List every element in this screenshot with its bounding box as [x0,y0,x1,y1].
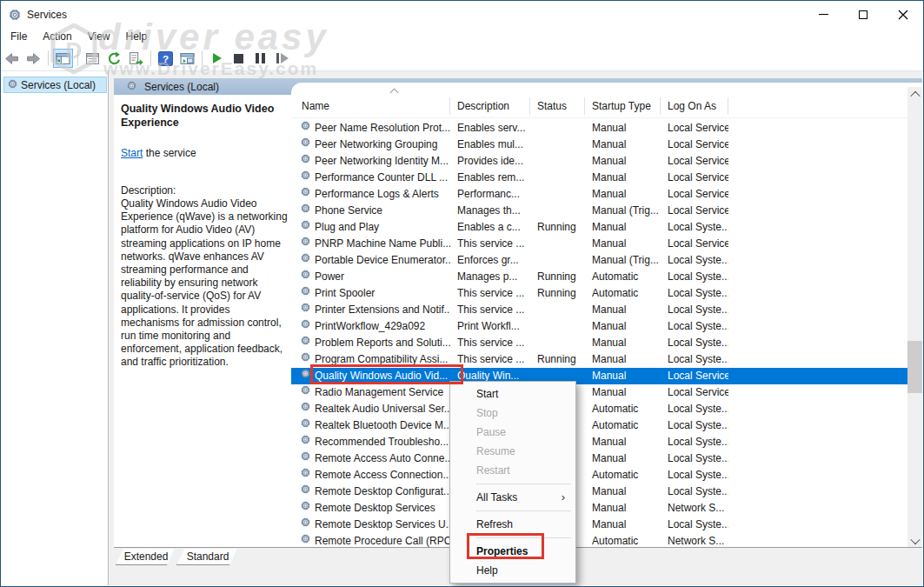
column-header-log-on-as[interactable]: Log On As [661,97,728,115]
service-startup-type: Manual [585,302,661,318]
service-name: Plug and Play [315,219,379,236]
menu-file[interactable]: File [1,28,35,46]
table-row[interactable]: Performance Counter DLL ... Enables rem.… [291,170,907,186]
column-header-startup-type[interactable]: Startup Type [585,97,661,115]
table-row[interactable]: Quality Windows Audio Vid... Quality Win… [291,368,907,384]
table-row[interactable]: Realtek Audio Universal Ser... Automatic… [291,401,907,417]
table-row[interactable]: Remote Procedure Call (RPC) Automatic Ne… [291,533,907,548]
service-startup-type: Manual [585,368,661,384]
start-service-icon[interactable] [207,49,227,68]
table-row[interactable]: Remote Access Auto Conne... Manual Local… [291,450,907,467]
service-status [530,302,585,318]
service-description: Enables rem... [450,170,530,186]
service-gear-icon [300,384,315,401]
pause-service-icon[interactable] [250,49,270,68]
table-row[interactable]: Remote Access Connection... Automatic Lo… [291,467,907,484]
service-description: This service ... [450,236,530,252]
context-menu-item-properties[interactable]: Properties [452,542,574,561]
show-console-tree-icon[interactable] [53,49,73,68]
menu-help[interactable]: Help [118,28,156,46]
service-gear-icon [300,401,315,417]
table-row[interactable]: Remote Desktop Services Manual Network S… [291,500,907,517]
service-startup-type: Manual [585,186,661,203]
table-row[interactable]: Plug and Play Enables a c... Running Man… [291,219,907,236]
list-header-row: NameDescriptionStatusStartup TypeLog On … [291,95,907,118]
service-logon-as: Local Syste... [661,401,728,417]
service-description: Enforces gr... [450,252,530,269]
table-row[interactable]: Recommended Troublesho... Manual Local S… [291,434,907,450]
tab-standard[interactable]: Standard [176,549,239,565]
vertical-scrollbar[interactable] [907,87,922,548]
service-gear-icon [300,351,315,368]
table-row[interactable]: Printer Extensions and Notif... This ser… [291,302,907,318]
table-row[interactable]: PNRP Machine Name Publi... This service … [291,236,907,252]
service-logon-as: Local Service [661,153,728,170]
stop-service-icon[interactable] [229,49,249,68]
table-row[interactable]: Portable Device Enumerator... Enforces g… [291,252,907,269]
start-service-link[interactable]: Start [121,147,143,159]
context-menu-item-start[interactable]: Start [452,384,574,404]
service-logon-as: Local Syste... [661,450,728,467]
table-row[interactable]: Performance Logs & Alerts Performanc... … [291,186,907,203]
service-description: Enables mul... [450,137,530,153]
service-startup-type: Manual [585,236,661,252]
service-startup-type: Automatic [585,467,661,484]
table-row[interactable]: Realtek Bluetooth Device M... Automatic … [291,417,907,434]
column-header-description[interactable]: Description [450,97,530,115]
table-row[interactable]: Print Spooler This service ... Running A… [291,285,907,302]
table-row[interactable]: Power Manages p... Running Automatic Loc… [291,269,907,285]
service-name: Remote Desktop Services U... [315,517,450,533]
table-row[interactable]: Phone Service Manages th... Manual (Trig… [291,203,907,219]
restart-service-icon[interactable] [272,49,292,68]
service-name: Printer Extensions and Notif... [315,302,450,318]
context-menu-item-refresh[interactable]: Refresh [452,515,574,534]
close-button[interactable] [883,1,923,28]
service-description: Print Workfl... [450,318,530,335]
table-row[interactable]: Remote Desktop Services U... Manual Loca… [291,517,907,533]
scroll-up-icon[interactable] [907,87,922,102]
context-menu: StartStopPauseResumeRestartAll Tasks›Ref… [449,381,576,584]
table-row[interactable]: PrintWorkflow_429a092 Print Workfl... Ma… [291,318,907,335]
service-gear-icon [300,368,315,384]
table-row[interactable]: Program Compatibility Assi... This servi… [291,351,907,368]
table-row[interactable]: Peer Name Resolution Prot... Enables ser… [291,120,907,137]
service-action-line: Start the service [121,147,196,159]
table-row[interactable]: Radio Management Service Manual Local Se… [291,384,907,401]
service-name: Quality Windows Audio Vid... [315,368,448,384]
menu-view[interactable]: View [80,28,118,46]
context-menu-item-all-tasks[interactable]: All Tasks› [452,488,574,507]
export-list-icon[interactable] [126,49,146,68]
service-startup-type: Manual [585,351,661,368]
tree-item-services-local[interactable]: Services (Local) [3,77,107,93]
back-icon[interactable] [2,49,22,68]
table-row[interactable]: Remote Desktop Configurat... Manual Loca… [291,484,907,500]
tree-item-label: Services (Local) [21,79,96,91]
scrollbar-thumb[interactable] [907,341,922,393]
service-name: Portable Device Enumerator... [315,252,450,269]
scroll-down-icon[interactable] [907,533,922,548]
forward-icon[interactable] [23,49,43,68]
table-row[interactable]: Peer Networking Grouping Enables mul... … [291,137,907,153]
tab-extended[interactable]: Extended [116,549,176,565]
menu-action[interactable]: Action [35,28,79,46]
service-status [530,236,585,252]
service-gear-icon [300,170,315,186]
column-header-status[interactable]: Status [530,97,585,115]
table-row[interactable]: Problem Reports and Soluti... This servi… [291,335,907,351]
table-row[interactable]: Peer Networking Identity M... Provides i… [291,153,907,170]
service-startup-type: Automatic [585,285,661,302]
service-gear-icon [300,500,315,517]
service-startup-type: Manual [585,120,661,137]
help-icon[interactable]: ? [156,49,176,68]
service-description: Manages th... [450,203,530,219]
refresh-icon[interactable] [104,49,124,68]
services-window: Services File Action View Help [0,0,924,587]
maximize-button[interactable] [843,1,883,28]
context-menu-item-help[interactable]: Help [452,561,574,580]
console-tree-panel: Services (Local) [2,71,109,585]
properties-icon[interactable] [83,49,103,68]
show-action-pane-icon[interactable] [177,49,197,68]
column-header-name[interactable]: Name [291,97,450,115]
minimize-button[interactable] [803,1,843,28]
service-startup-type: Manual [585,219,661,236]
